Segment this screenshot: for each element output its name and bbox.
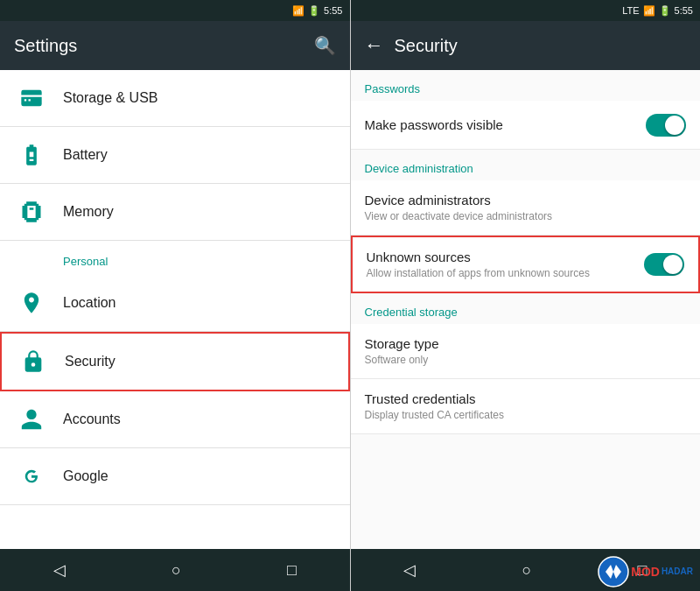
left-status-bar: 📶 🔋 5:55 [0, 0, 350, 21]
right-lte-icon: LTE [622, 5, 639, 16]
sidebar-item-google[interactable]: Google [0, 448, 350, 505]
sidebar-item-security[interactable]: Security [0, 332, 350, 391]
memory-icon [14, 194, 49, 229]
storage-type-text: Storage type Software only [365, 336, 687, 366]
device-admins-title: Device administrators [365, 193, 687, 208]
left-recents-btn[interactable]: □ [270, 554, 314, 587]
security-item-title: Security [65, 353, 334, 371]
settings-list: Storage & USB Battery Memory Personal [0, 70, 350, 549]
security-icon [16, 344, 51, 379]
security-item-text: Security [65, 353, 334, 371]
left-battery-icon: 🔋 [308, 5, 320, 17]
memory-item-text: Memory [63, 203, 336, 222]
left-app-bar: Settings 🔍 [0, 21, 350, 70]
device-admin-section-header: Device administration [351, 150, 701, 180]
google-item-title: Google [63, 468, 336, 486]
accounts-item-text: Accounts [63, 411, 336, 429]
unknown-sources-knob [663, 255, 682, 274]
passwords-visible-text: Make passwords visible [365, 117, 647, 132]
sidebar-item-accounts[interactable]: Accounts [0, 391, 350, 448]
make-passwords-visible-item[interactable]: Make passwords visible [351, 101, 701, 150]
mod-logo [598, 556, 629, 587]
watermark: MOD HADAR [598, 556, 693, 587]
right-nav-bar: ◁ ○ □ MOD HADAR [351, 549, 701, 591]
sidebar-item-memory[interactable]: Memory [0, 184, 350, 241]
accounts-item-title: Accounts [63, 411, 336, 429]
accounts-icon [14, 402, 49, 437]
right-time: 5:55 [675, 5, 693, 16]
right-back-btn[interactable]: ◁ [386, 553, 433, 587]
credential-storage-header: Credential storage [351, 293, 701, 324]
unknown-sources-title: Unknown sources [367, 250, 645, 264]
security-settings-list: Passwords Make passwords visible Device … [351, 70, 701, 549]
storage-icon [14, 81, 49, 116]
left-home-btn[interactable]: ○ [154, 554, 199, 587]
left-time: 5:55 [324, 5, 342, 16]
unknown-sources-toggle[interactable] [644, 253, 684, 276]
device-administrators-item[interactable]: Device administrators View or deactivate… [351, 180, 701, 236]
back-icon[interactable]: ← [365, 34, 384, 57]
left-panel: 📶 🔋 5:55 Settings 🔍 Storage & USB Batter… [0, 0, 350, 591]
device-admins-subtitle: View or deactivate device administrators [365, 210, 687, 222]
left-signal-icon: 📶 [292, 5, 304, 17]
watermark-mod: MOD [631, 565, 660, 579]
unknown-sources-text: Unknown sources Allow installation of ap… [367, 250, 645, 279]
battery-icon [14, 137, 49, 172]
battery-item-text: Battery [63, 146, 336, 165]
location-icon [14, 285, 49, 320]
left-app-title: Settings [14, 36, 304, 56]
left-back-btn[interactable]: ◁ [36, 553, 83, 587]
right-panel: LTE 📶 🔋 5:55 ← Security Passwords Make p… [351, 0, 701, 591]
trusted-creds-text: Trusted credentials Display trusted CA c… [365, 391, 687, 421]
passwords-visible-knob [665, 116, 684, 135]
battery-item-title: Battery [63, 146, 336, 165]
right-signal-icon: 📶 [643, 5, 655, 17]
right-home-btn[interactable]: ○ [504, 554, 549, 587]
search-icon[interactable]: 🔍 [314, 35, 336, 56]
right-status-bar: LTE 📶 🔋 5:55 [351, 0, 701, 21]
left-nav-bar: ◁ ○ □ [0, 549, 350, 591]
passwords-visible-title: Make passwords visible [365, 117, 647, 132]
personal-section-header: Personal [0, 241, 350, 275]
trusted-creds-subtitle: Display trusted CA certificates [365, 409, 687, 421]
google-item-text: Google [63, 468, 336, 486]
unknown-sources-item[interactable]: Unknown sources Allow installation of ap… [351, 236, 701, 293]
trusted-credentials-item[interactable]: Trusted credentials Display trusted CA c… [351, 379, 701, 434]
device-admins-text: Device administrators View or deactivate… [365, 193, 687, 222]
storage-type-item[interactable]: Storage type Software only [351, 324, 701, 379]
right-battery-icon: 🔋 [659, 5, 671, 17]
memory-item-title: Memory [63, 203, 336, 222]
watermark-hadar: HADAR [662, 567, 693, 576]
storage-type-subtitle: Software only [365, 354, 687, 366]
right-app-bar: ← Security [351, 21, 701, 70]
storage-item-text: Storage & USB [63, 89, 336, 108]
right-app-title: Security [395, 36, 687, 56]
storage-type-title: Storage type [365, 336, 687, 351]
unknown-sources-subtitle: Allow installation of apps from unknown … [367, 267, 645, 279]
sidebar-item-battery[interactable]: Battery [0, 127, 350, 184]
location-item-title: Location [63, 294, 336, 313]
sidebar-item-location[interactable]: Location [0, 275, 350, 332]
storage-item-title: Storage & USB [63, 89, 336, 108]
sidebar-item-storage[interactable]: Storage & USB [0, 70, 350, 127]
trusted-creds-title: Trusted credentials [365, 391, 687, 406]
passwords-visible-toggle[interactable] [646, 114, 686, 137]
location-item-text: Location [63, 294, 336, 313]
passwords-section-header: Passwords [351, 70, 701, 101]
google-icon [14, 459, 49, 494]
